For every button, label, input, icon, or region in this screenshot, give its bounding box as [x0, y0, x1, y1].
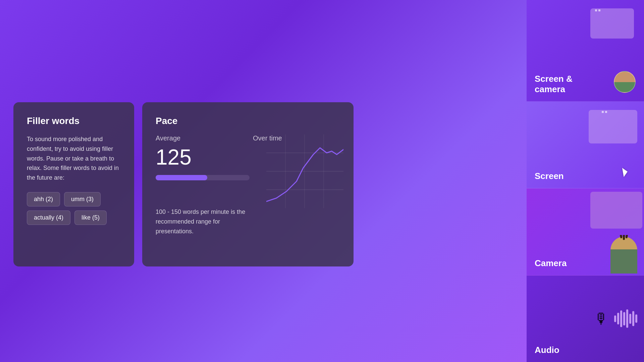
waveform-icon — [614, 309, 637, 329]
sidebar-label-camera: Camera — [535, 258, 567, 268]
sidebar-item-camera[interactable]: Camera — [527, 188, 644, 275]
filler-tags-container: ahh (2) umm (3) actually (4) like (5) — [27, 192, 121, 225]
sidebar-item-screen-camera[interactable]: Screen & camera — [527, 0, 644, 102]
pace-progress-bar — [156, 175, 250, 180]
filler-words-title: Filler words — [27, 116, 121, 126]
pace-progress-fill — [156, 175, 207, 180]
sidebar: Screen & camera Screen Camera — [527, 0, 644, 362]
filler-words-card: Filler words To sound more polished and … — [13, 102, 134, 266]
camera-decoration — [577, 188, 644, 275]
filler-tag-actually: actually (4) — [27, 210, 70, 225]
screen-cursor-icon — [622, 166, 633, 177]
pace-chart — [266, 124, 347, 222]
filler-tag-umm: umm (3) — [64, 192, 101, 206]
sidebar-item-screen[interactable]: Screen — [527, 102, 644, 188]
camera-person — [609, 235, 639, 274]
filler-tag-like: like (5) — [74, 210, 107, 225]
screen-camera-decoration — [580, 3, 641, 98]
pace-average-value: 125 — [156, 145, 250, 170]
filler-words-description: To sound more polished and confident, tr… — [27, 134, 121, 183]
sidebar-label-screen: Screen — [535, 171, 564, 181]
filler-tag-ahh: ahh (2) — [27, 192, 60, 206]
pace-recommendation: 100 - 150 words per minute is the recomm… — [156, 207, 250, 236]
sidebar-item-audio[interactable]: Audio 🎙 — [527, 276, 644, 362]
sidebar-label-screen-camera: Screen & camera — [535, 74, 573, 95]
microphone-icon: 🎙 — [594, 310, 609, 327]
audio-decoration: 🎙 — [577, 276, 644, 362]
screen-decoration — [577, 105, 641, 185]
sidebar-label-audio: Audio — [535, 345, 559, 355]
pace-card: Pace Average 125 100 - 150 words per min… — [142, 102, 354, 266]
pace-average-label: Average — [156, 134, 250, 142]
